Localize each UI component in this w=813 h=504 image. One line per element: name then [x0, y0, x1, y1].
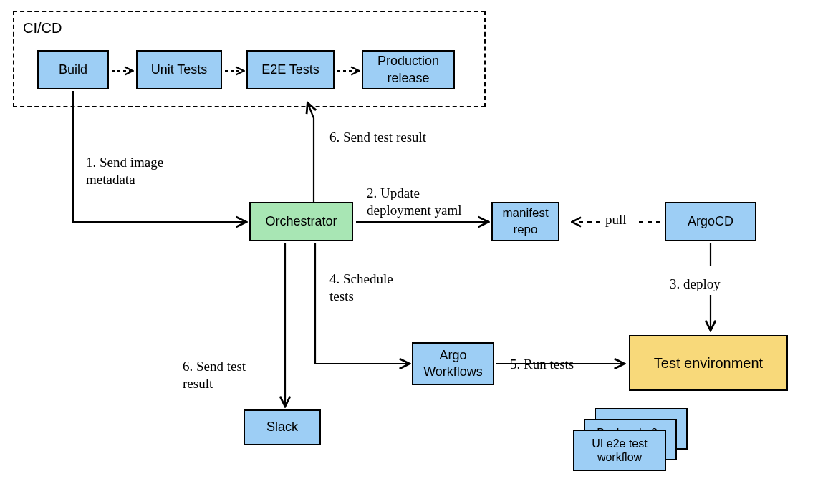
label-5: 5. Run tests — [510, 356, 574, 373]
stack-card-front: UI e2e test workflow — [573, 430, 666, 471]
box-orchestrator: Orchestrator — [249, 202, 353, 241]
box-slack-label: Slack — [266, 419, 298, 435]
label-6a: 6. Send test result — [329, 129, 426, 146]
label-2: 2. Update deployment yaml — [367, 185, 461, 219]
box-slack: Slack — [244, 410, 321, 445]
box-argo-workflows-label: Argo Workflows — [423, 347, 483, 381]
box-unit-tests-label: Unit Tests — [151, 62, 208, 78]
label-4: 4. Schedule tests — [329, 271, 393, 305]
box-unit-tests: Unit Tests — [136, 50, 222, 89]
box-argocd: ArgoCD — [665, 202, 756, 241]
label-6b: 6. Send test result — [183, 358, 246, 392]
workflow-stack: Other e2e test workflow Backend e2e test… — [573, 408, 688, 487]
label-3: 3. deploy — [670, 276, 721, 293]
box-manifest-repo: manifest repo — [491, 202, 559, 241]
box-production-release-label: Production release — [377, 53, 439, 87]
box-build-label: Build — [59, 62, 87, 78]
box-test-environment: Test environment — [629, 335, 788, 391]
label-pull: pull — [605, 211, 627, 228]
label-1: 1. Send image metadata — [86, 154, 163, 188]
box-build: Build — [37, 50, 109, 89]
box-e2e-tests-label: E2E Tests — [261, 62, 319, 78]
box-argo-workflows: Argo Workflows — [412, 342, 494, 385]
box-test-environment-label: Test environment — [654, 354, 763, 372]
container-title: CI/CD — [23, 20, 62, 37]
stack-card-front-label: UI e2e test workflow — [576, 437, 663, 464]
box-orchestrator-label: Orchestrator — [265, 213, 337, 230]
box-production-release: Production release — [362, 50, 455, 89]
box-argocd-label: ArgoCD — [688, 213, 733, 230]
box-manifest-repo-label: manifest repo — [502, 205, 548, 237]
box-e2e-tests: E2E Tests — [246, 50, 335, 89]
arrow-6a — [308, 104, 314, 202]
